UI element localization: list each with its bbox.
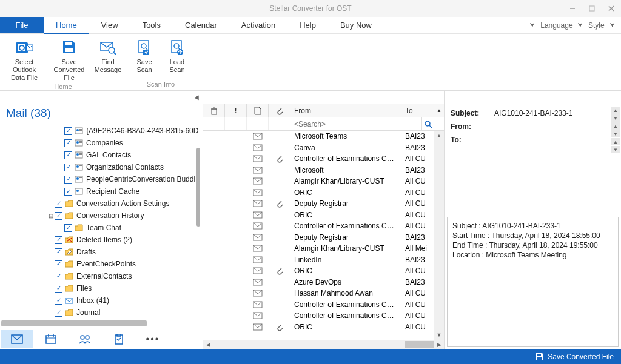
tree-checkbox[interactable] — [55, 200, 62, 208]
tree-checkbox[interactable] — [55, 236, 62, 244]
tree-node[interactable]: ExternalContacts — [0, 270, 203, 282]
close-button[interactable] — [602, 0, 621, 17]
message-list[interactable]: Microsoft TeamsBAI23CanvaBAI23Controller… — [203, 131, 444, 340]
tab-home[interactable]: Home — [44, 17, 89, 33]
nav-mail-button[interactable] — [1, 330, 33, 348]
preview-header-scroll[interactable]: ▲▼▲▼▲▼ — [611, 107, 620, 153]
message-row[interactable]: ORICAll CU — [203, 210, 444, 221]
tree-node[interactable]: Team Chat — [0, 222, 203, 234]
tree-node[interactable]: GAL Contacts — [0, 149, 203, 161]
tree-checkbox[interactable] — [64, 139, 72, 147]
tree-checkbox[interactable] — [64, 127, 72, 135]
tree-checkbox[interactable] — [64, 224, 72, 232]
folder-icon — [74, 223, 84, 232]
tree-checkbox[interactable] — [55, 309, 62, 317]
col-importance[interactable]: ! — [225, 104, 247, 117]
col-sort[interactable]: ▲ — [434, 104, 444, 117]
tree-checkbox[interactable] — [64, 151, 72, 159]
tab-file[interactable]: File — [0, 17, 44, 33]
svg-point-33 — [76, 165, 79, 168]
message-row[interactable]: ORICAll CU — [203, 322, 444, 333]
col-to[interactable]: To — [401, 104, 434, 117]
message-row[interactable]: MicrosoftBAI23 — [203, 165, 444, 176]
maximize-button[interactable] — [582, 0, 602, 17]
tree-node[interactable]: Conversation Action Settings — [0, 197, 203, 210]
search-button[interactable] — [422, 117, 434, 130]
message-row[interactable]: Controller of Examinations CU...All CU — [203, 310, 444, 322]
message-row[interactable]: Deputy RegistrarAll CU — [203, 198, 444, 210]
tree-node[interactable]: PeopleCentricConversation Buddi — [0, 173, 203, 185]
tree-node-label: Organizational Contacts — [86, 163, 164, 171]
tree-node[interactable]: Files — [0, 282, 203, 294]
tree-node[interactable]: Organizational Contacts — [0, 161, 203, 173]
message-row[interactable]: CanvaBAI23 — [203, 142, 444, 154]
tree-node[interactable]: Drafts — [0, 246, 203, 258]
message-row[interactable]: Microsoft TeamsBAI23 — [203, 131, 444, 142]
attachment-icon — [269, 266, 290, 275]
message-row[interactable]: ORICAll CU — [203, 187, 444, 199]
tree-node[interactable]: {A9E2BC46-B3A0-4243-B315-60D — [0, 125, 203, 137]
search-icon — [424, 120, 432, 128]
nav-more-button[interactable]: ••• — [137, 330, 169, 348]
tree-checkbox[interactable] — [64, 164, 72, 171]
message-row[interactable]: Azure DevOpsBAI23 — [203, 277, 444, 288]
tree-node[interactable]: Journal — [0, 306, 203, 319]
style-menu[interactable]: ⮟ Style ⮟ — [578, 21, 615, 30]
col-attachment[interactable] — [269, 104, 290, 117]
minimize-button[interactable] — [563, 0, 582, 17]
tree-checkbox[interactable] — [55, 248, 62, 256]
nav-tasks-button[interactable] — [103, 330, 135, 348]
col-delete[interactable] — [203, 104, 225, 117]
search-input[interactable] — [294, 120, 418, 128]
list-vscrollbar[interactable]: ▲▼ — [434, 131, 444, 340]
tree-checkbox[interactable] — [55, 297, 62, 305]
tree-hscrollbar[interactable] — [0, 319, 203, 328]
nav-contacts-button[interactable] — [69, 330, 101, 348]
tree-node[interactable]: Recipient Cache — [0, 185, 203, 197]
collapse-left-icon[interactable]: ◀ — [194, 94, 199, 101]
message-row[interactable]: LinkedInBAI23 — [203, 254, 444, 266]
tree-checkbox[interactable] — [55, 273, 62, 280]
tree-node[interactable]: Companies — [0, 137, 203, 149]
tree-node[interactable]: Inbox (41) — [0, 294, 203, 306]
tab-calendar[interactable]: Calendar — [173, 17, 229, 33]
language-menu[interactable]: ⮟ Language — [530, 21, 573, 30]
message-row[interactable]: ORICAll CU — [203, 265, 444, 277]
message-row[interactable]: Controller of Examinations CU...All CU — [203, 299, 444, 311]
tab-tools[interactable]: Tools — [130, 17, 173, 33]
tree-scrollbar[interactable] — [196, 148, 200, 227]
nav-calendar-button[interactable] — [35, 330, 67, 348]
col-type[interactable] — [247, 104, 269, 117]
list-hscrollbar[interactable]: ◀▶ — [203, 340, 444, 349]
tree-checkbox[interactable] — [55, 285, 62, 293]
save-scan-button[interactable]: Save Scan — [129, 36, 160, 75]
tab-buy-now[interactable]: Buy Now — [328, 17, 384, 33]
message-row[interactable]: Controller of Examinations CU...All CU — [203, 153, 444, 165]
tab-view[interactable]: View — [89, 17, 130, 33]
message-row[interactable]: Alamgir Khan/Library-CUSTAll Mei — [203, 243, 444, 254]
status-save-button[interactable]: Save Converted File — [548, 352, 614, 361]
message-row[interactable]: Hassan Mahmood AwanAll CU — [203, 288, 444, 299]
save-converted-file-button[interactable]: Save Converted File — [47, 36, 91, 83]
tree-node[interactable]: EventCheckPoints — [0, 258, 203, 270]
select-outlook-data-file-button[interactable]: Select Outlook Data File — [2, 36, 46, 83]
tree-checkbox[interactable] — [64, 188, 72, 196]
tree-node[interactable]: ⊟Conversation History — [0, 210, 203, 222]
tree-checkbox[interactable] — [55, 212, 62, 220]
find-message-button[interactable]: Find Message — [92, 36, 124, 75]
col-from[interactable]: From — [290, 104, 401, 117]
tab-activation[interactable]: Activation — [229, 17, 287, 33]
load-scan-button[interactable]: Load Scan — [161, 36, 193, 75]
folder-tree[interactable]: {A9E2BC46-B3A0-4243-B315-60DCompaniesGAL… — [0, 124, 203, 319]
tab-help[interactable]: Help — [287, 17, 328, 33]
tree-checkbox[interactable] — [55, 260, 62, 268]
message-row[interactable]: Deputy RegistrarBAI23 — [203, 232, 444, 243]
message-row[interactable]: Controller of Examinations CU...All CU — [203, 220, 444, 232]
message-row[interactable]: Alamgir Khan/Library-CUSTAll CU — [203, 176, 444, 187]
nav-switcher: ••• — [0, 328, 203, 349]
attachment-icon — [269, 323, 290, 331]
tree-node-label: GAL Contacts — [86, 151, 131, 159]
tree-checkbox[interactable] — [64, 176, 72, 184]
expand-icon[interactable]: ⊟ — [47, 213, 55, 219]
tree-node[interactable]: Deleted Items (2) — [0, 234, 203, 246]
